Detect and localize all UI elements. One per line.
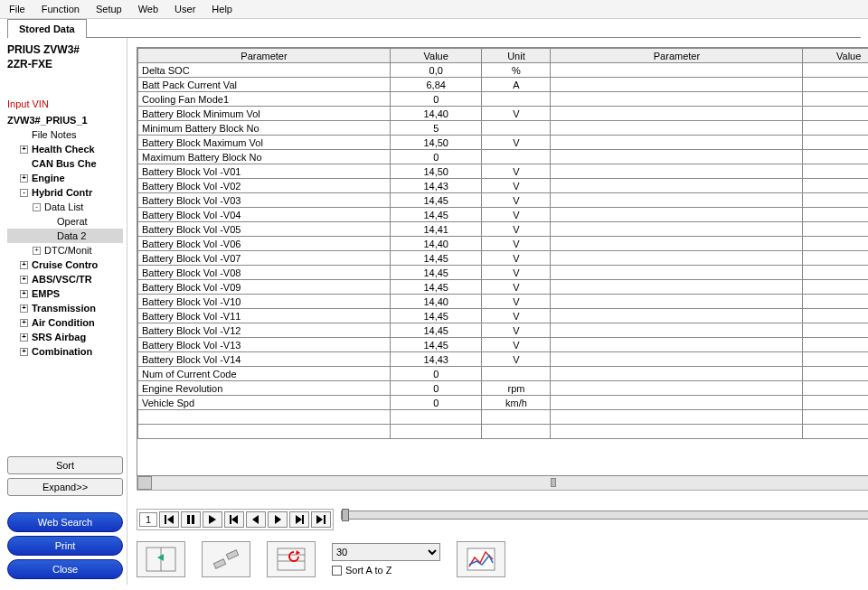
- table-row[interactable]: Battery Block Vol -V0714,45V: [138, 251, 869, 266]
- layout-tool-button[interactable]: [137, 541, 185, 577]
- tree-item[interactable]: +Air Condition: [7, 315, 123, 330]
- table-row[interactable]: Battery Block Vol -V0314,45V: [138, 193, 869, 208]
- web-search-button[interactable]: Web Search: [7, 512, 123, 532]
- expand-icon[interactable]: +: [20, 333, 28, 342]
- tree-item[interactable]: +Transmission: [7, 301, 123, 315]
- graph-tool-button[interactable]: [457, 541, 505, 577]
- table-row[interactable]: Battery Block Minimum Vol14,40V: [138, 107, 869, 121]
- tree-item[interactable]: Operat: [7, 214, 123, 229]
- refresh-tool-button[interactable]: [267, 541, 316, 577]
- table-row[interactable]: Cooling Fan Mode10: [138, 92, 869, 107]
- expand-button[interactable]: Expand>>: [7, 478, 123, 496]
- cell-empty: [551, 338, 803, 352]
- step-back-button[interactable]: [224, 511, 244, 528]
- close-button[interactable]: Close: [7, 559, 123, 579]
- col-parameter-2[interactable]: Parameter: [551, 49, 803, 63]
- expand-icon[interactable]: +: [20, 276, 28, 284]
- col-parameter-1[interactable]: Parameter: [138, 49, 391, 63]
- menu-setup[interactable]: Setup: [96, 4, 122, 14]
- table-row[interactable]: Num of Current Code0: [138, 367, 869, 381]
- table-row[interactable]: Battery Block Vol -V1014,40V: [138, 295, 869, 309]
- play-button[interactable]: [203, 511, 222, 528]
- step-fwd-button[interactable]: [289, 511, 309, 528]
- tree-item[interactable]: +Cruise Contro: [7, 258, 123, 272]
- table-row[interactable]: Maximum Battery Block No0: [138, 150, 869, 164]
- sort-a-to-z-label: Sort A to Z: [345, 565, 392, 576]
- tree-item[interactable]: +Combination: [7, 344, 123, 359]
- table-row[interactable]: Vehicle Spd0km/h: [138, 396, 869, 410]
- table-row[interactable]: Battery Block Vol -V0614,40V: [138, 237, 869, 251]
- cell-value: 14,50: [390, 136, 481, 150]
- tree-item[interactable]: +ABS/VSC/TR: [7, 272, 123, 286]
- tree-item[interactable]: +Engine: [7, 171, 123, 185]
- tree-item[interactable]: +Health Check: [7, 142, 123, 156]
- collapse-icon[interactable]: -: [20, 189, 28, 197]
- table-row[interactable]: Battery Block Vol -V1314,45V: [138, 338, 869, 352]
- next-button[interactable]: [268, 511, 288, 528]
- table-row[interactable]: Battery Block Vol -V0814,45V: [138, 266, 869, 280]
- tree-item[interactable]: -Data List: [7, 200, 123, 214]
- tree-item[interactable]: -Hybrid Contr: [7, 185, 123, 200]
- collapse-icon[interactable]: -: [33, 203, 41, 211]
- expand-icon[interactable]: +: [20, 174, 28, 183]
- grid-horizontal-scrollbar[interactable]: [137, 476, 868, 491]
- cell-parameter: Maximum Battery Block No: [138, 150, 391, 164]
- pause-button[interactable]: [181, 511, 201, 528]
- svg-marker-4: [209, 515, 216, 524]
- expand-icon[interactable]: +: [20, 290, 28, 298]
- frame-input[interactable]: [139, 512, 157, 527]
- table-row[interactable]: Batt Pack Current Val6,84A: [138, 78, 869, 92]
- table-row[interactable]: Battery Block Vol -V0114,50V: [138, 164, 869, 179]
- menu-user[interactable]: User: [175, 4, 195, 14]
- tree-item[interactable]: CAN Bus Che: [7, 156, 123, 171]
- sort-button[interactable]: Sort: [7, 456, 123, 474]
- tree-item[interactable]: +SRS Airbag: [7, 330, 123, 344]
- link-tool-button[interactable]: [202, 541, 250, 577]
- table-row[interactable]: Engine Revolution0rpm: [138, 381, 869, 396]
- expand-icon[interactable]: +: [20, 348, 28, 356]
- prev-button[interactable]: [246, 511, 266, 528]
- interval-select[interactable]: 30: [332, 543, 440, 561]
- tree-root[interactable]: ZVW3#_PRIUS_1: [7, 113, 123, 127]
- table-row[interactable]: Battery Block Vol -V0914,45V: [138, 280, 869, 295]
- input-vin-link[interactable]: Input VIN: [7, 98, 123, 109]
- print-button[interactable]: Print: [7, 536, 123, 556]
- expand-icon[interactable]: +: [20, 304, 28, 313]
- skip-last-button[interactable]: [311, 511, 331, 528]
- expand-icon[interactable]: +: [20, 261, 28, 269]
- table-row[interactable]: Battery Block Vol -V1414,43V: [138, 352, 869, 367]
- expand-icon[interactable]: +: [33, 247, 41, 255]
- cell-value: 14,45: [390, 251, 481, 266]
- tree-file-notes[interactable]: File Notes: [7, 127, 123, 142]
- table-row[interactable]: Battery Block Vol -V0514,41V: [138, 222, 869, 237]
- cell-unit: [482, 367, 551, 381]
- col-unit-1[interactable]: Unit: [482, 49, 551, 63]
- skip-first-button[interactable]: [159, 511, 179, 528]
- table-row[interactable]: Battery Block Vol -V1214,45V: [138, 323, 869, 338]
- table-row[interactable]: [138, 425, 869, 439]
- tab-stored-data[interactable]: Stored Data: [7, 19, 87, 38]
- menu-web[interactable]: Web: [138, 4, 158, 14]
- expand-icon[interactable]: +: [20, 319, 28, 327]
- menu-function[interactable]: Function: [42, 4, 80, 14]
- col-value-1[interactable]: Value: [390, 49, 481, 63]
- table-row[interactable]: Minimum Battery Block No5: [138, 121, 869, 136]
- tree-item-label: ABS/VSC/TR: [32, 272, 92, 286]
- sort-a-to-z-checkbox[interactable]: Sort A to Z: [332, 565, 440, 576]
- tree-item[interactable]: +EMPS: [7, 286, 123, 301]
- playback-slider[interactable]: [341, 510, 868, 520]
- table-row[interactable]: Battery Block Vol -V0414,45V: [138, 208, 869, 222]
- table-row[interactable]: Battery Block Vol -V1114,45V: [138, 309, 869, 323]
- cell-value: 0: [390, 92, 481, 107]
- table-row[interactable]: Delta SOC0,0%: [138, 63, 869, 78]
- expand-icon[interactable]: +: [20, 145, 28, 154]
- menu-help[interactable]: Help: [212, 4, 232, 14]
- table-row[interactable]: [138, 410, 869, 425]
- table-row[interactable]: Battery Block Maximum Vol14,50V: [138, 136, 869, 150]
- tree-item[interactable]: Data 2: [7, 229, 123, 243]
- table-row[interactable]: Battery Block Vol -V0214,43V: [138, 179, 869, 193]
- col-value-2[interactable]: Value: [803, 49, 868, 63]
- tree-item[interactable]: +DTC/Monit: [7, 243, 123, 258]
- menu-file[interactable]: File: [9, 4, 25, 14]
- cell-empty: [803, 208, 868, 222]
